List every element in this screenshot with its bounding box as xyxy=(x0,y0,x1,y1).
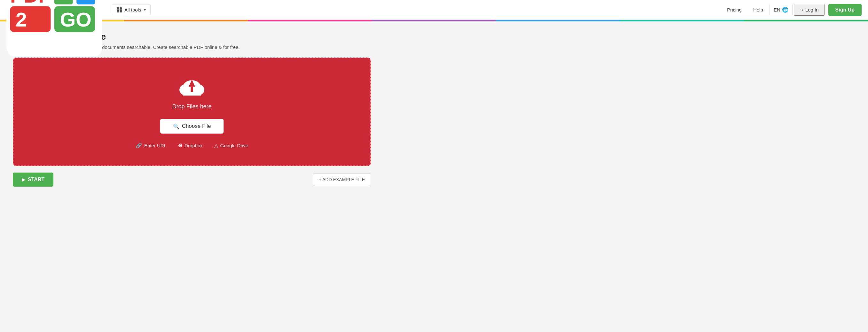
rainbow-teal xyxy=(620,20,744,22)
choose-file-button[interactable]: 🔍 Choose File xyxy=(160,119,224,134)
all-tools-button[interactable]: All tools ▾ xyxy=(112,4,151,15)
google-drive-option[interactable]: △ Google Drive xyxy=(214,142,248,148)
start-arrow-icon: ▶ xyxy=(22,177,25,182)
svg-text:PDF: PDF xyxy=(10,0,51,6)
link-icon: 🔗 xyxy=(135,142,142,148)
all-tools-label: All tools xyxy=(124,7,142,12)
dropbox-label: Dropbox xyxy=(185,143,203,148)
logo-icon: PDF 2 GO xyxy=(6,0,102,58)
language-selector[interactable]: EN 🌐 xyxy=(770,4,793,15)
svg-text:2: 2 xyxy=(16,8,27,30)
choose-file-label: Choose File xyxy=(182,123,211,129)
start-label: START xyxy=(28,177,44,182)
google-drive-label: Google Drive xyxy=(220,143,248,148)
upload-cloud-icon xyxy=(178,75,206,98)
svg-text:GO: GO xyxy=(60,8,91,30)
svg-rect-9 xyxy=(76,0,95,4)
login-label: Log In xyxy=(805,7,819,12)
rainbow-purple xyxy=(372,20,496,22)
logo-area: PDF 2 GO xyxy=(6,0,102,58)
header: PDF 2 GO All tools ▾ Pricing Help EN 🌐 ↪… xyxy=(0,0,868,20)
lang-label: EN xyxy=(774,7,780,12)
login-arrow-icon: ↪ xyxy=(800,7,803,12)
drop-files-text: Drop Files here xyxy=(172,103,211,110)
rainbow-green xyxy=(744,20,868,22)
extra-options: 🔗 Enter URL ❋ Dropbox △ Google Drive xyxy=(135,142,248,148)
rainbow-blue xyxy=(496,20,620,22)
grid-icon xyxy=(117,7,122,12)
drop-zone[interactable]: Drop Files here 🔍 Choose File 🔗 Enter UR… xyxy=(13,58,371,166)
google-drive-icon: △ xyxy=(214,142,218,148)
bottom-bar: ▶ START + ADD EXAMPLE FILE xyxy=(13,172,371,187)
rainbow-orange xyxy=(124,20,248,22)
header-right: Pricing Help EN 🌐 ↪ Log In Sign Up xyxy=(722,4,862,16)
start-button[interactable]: ▶ START xyxy=(13,172,54,187)
enter-url-label: Enter URL xyxy=(144,143,167,148)
signup-button[interactable]: Sign Up xyxy=(828,4,862,16)
dropbox-option[interactable]: ❋ Dropbox xyxy=(178,142,203,148)
enter-url-option[interactable]: 🔗 Enter URL xyxy=(135,142,167,148)
add-example-button[interactable]: + ADD EXAMPLE FILE xyxy=(313,173,371,186)
dropbox-icon: ❋ xyxy=(178,142,182,148)
help-link[interactable]: Help xyxy=(748,4,768,15)
search-icon: 🔍 xyxy=(173,123,179,129)
globe-icon: 🌐 xyxy=(782,7,788,13)
chevron-down-icon: ▾ xyxy=(144,8,146,12)
login-button[interactable]: ↪ Log In xyxy=(794,4,825,16)
rainbow-bar xyxy=(0,20,868,22)
rainbow-pink xyxy=(248,20,372,22)
pricing-link[interactable]: Pricing xyxy=(722,4,747,15)
svg-rect-8 xyxy=(54,0,73,4)
